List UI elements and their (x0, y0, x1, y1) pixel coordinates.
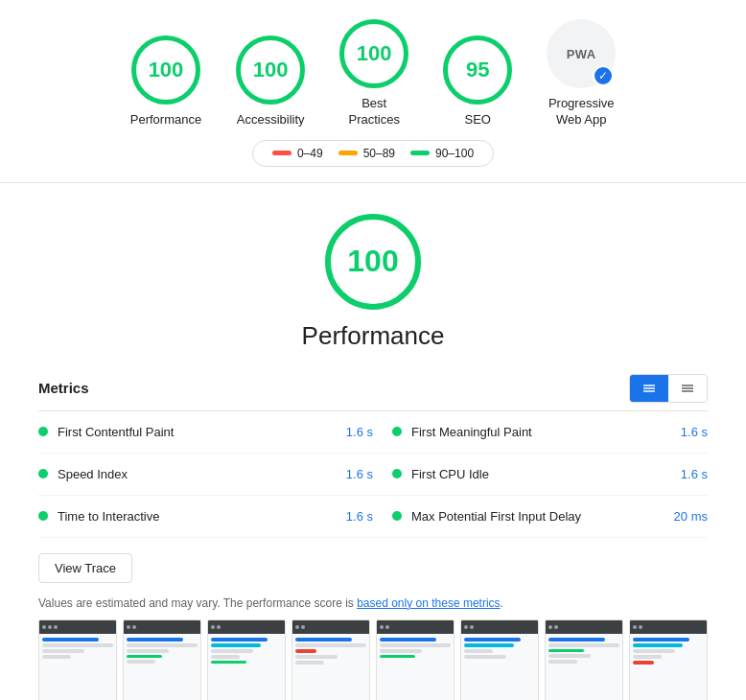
thumb-body-1 (39, 634, 116, 700)
thumb-dot (385, 625, 389, 629)
thumb-line (380, 649, 422, 653)
thumb-line (127, 660, 155, 664)
estimate-note-text: Values are estimated and may vary. The p… (38, 596, 357, 610)
thumb-dot (295, 625, 299, 629)
thumb-header-7 (546, 620, 622, 634)
filmstrip-thumb-1 (38, 619, 117, 700)
pwa-text: PWA (567, 47, 596, 61)
metric-row-si: Speed Index 1.6 s (38, 454, 373, 496)
metric-name-fci: First CPU Idle (411, 467, 673, 481)
thumb-line (127, 649, 169, 653)
legend-dot-orange (338, 151, 358, 155)
filmstrip-thumb-8 (629, 619, 708, 700)
thumb-line (633, 649, 675, 653)
score-item-pwa: PWA ✓ ProgressiveWeb App (547, 19, 616, 128)
thumb-dot (132, 625, 136, 629)
thumb-dot (211, 625, 215, 629)
legend-dot-red (272, 151, 291, 155)
thumb-line (464, 638, 521, 642)
thumb-line (380, 655, 415, 658)
score-label-accessibility: Accessibility (237, 112, 305, 128)
thumb-line (295, 649, 316, 653)
thumb-body-8 (630, 634, 707, 700)
thumb-line (295, 643, 366, 647)
thumb-dot (217, 625, 221, 629)
legend-label-red: 0–49 (297, 147, 323, 160)
score-value-best-practices: 100 (357, 41, 392, 66)
thumb-dot (464, 625, 468, 629)
legend: 0–49 50–89 90–100 (252, 140, 494, 167)
thumb-line (380, 638, 436, 642)
metric-row-fcp: First Contentful Paint 1.6 s (38, 411, 373, 454)
thumb-dot (548, 625, 552, 629)
view-toggle[interactable] (629, 374, 708, 403)
metric-name-fmp: First Meaningful Paint (411, 425, 673, 439)
scores-section: 100 Performance 100 Accessibility 100 Be… (0, 0, 746, 183)
thumb-line (548, 643, 619, 647)
thumb-header-1 (39, 620, 116, 634)
thumb-line (42, 638, 99, 642)
metric-dot-tti (38, 511, 48, 521)
metric-name-tti: Time to Interactive (58, 509, 338, 524)
thumb-line (127, 643, 198, 647)
metric-dot-mpfid (392, 511, 402, 521)
thumb-body-7 (546, 634, 622, 700)
estimate-note: Values are estimated and may vary. The p… (38, 596, 708, 610)
score-item-performance: 100 Performance (130, 35, 201, 128)
main-score-circle: 100 (325, 214, 421, 310)
scores-row: 100 Performance 100 Accessibility 100 Be… (130, 19, 616, 128)
metric-row-tti: Time to Interactive 1.6 s (38, 496, 373, 538)
thumb-dot (554, 625, 558, 629)
metric-dot-fmp (392, 427, 402, 436)
metrics-left-col: First Contentful Paint 1.6 s Speed Index… (38, 411, 373, 538)
metric-value-si: 1.6 s (346, 467, 373, 481)
filmstrip-thumb-5 (376, 619, 455, 700)
thumb-line (211, 638, 268, 642)
legend-label-orange: 50–89 (363, 147, 395, 160)
thumb-line (633, 643, 683, 647)
thumb-line (42, 655, 71, 659)
thumb-dot (42, 625, 46, 629)
metric-row-mpfid: Max Potential First Input Delay 20 ms (373, 496, 708, 538)
estimate-note-link[interactable]: based only on these metrics (357, 596, 500, 610)
thumb-line (464, 649, 493, 653)
thumb-line (633, 638, 689, 642)
thumb-line (295, 661, 324, 665)
perf-section: 100 Performance Metrics (0, 183, 746, 700)
thumb-body-4 (292, 634, 369, 700)
score-circle-seo: 95 (443, 35, 512, 105)
toggle-grid-btn[interactable] (668, 375, 707, 402)
thumb-line (464, 643, 514, 647)
toggle-list-btn[interactable] (630, 375, 668, 402)
metrics-title: Metrics (38, 380, 89, 396)
estimate-note-suffix: . (501, 596, 503, 610)
thumb-dot (301, 625, 305, 629)
pwa-check-icon: ✓ (593, 65, 614, 86)
thumb-line (633, 655, 662, 659)
thumb-dot (639, 625, 642, 629)
legend-dot-green (410, 151, 430, 155)
score-value-accessibility: 100 (253, 58, 289, 82)
metric-row-fmp: First Meaningful Paint 1.6 s (373, 411, 708, 454)
thumb-line (42, 643, 113, 647)
metric-value-tti: 1.6 s (346, 509, 373, 524)
thumb-line (548, 660, 577, 664)
thumb-line (548, 654, 591, 658)
main-score-value: 100 (347, 244, 398, 279)
thumb-header-3 (208, 620, 285, 634)
thumb-header-5 (377, 620, 454, 634)
thumb-body-5 (377, 634, 454, 700)
filmstrip-thumb-3 (207, 619, 286, 700)
thumb-header-2 (124, 620, 200, 634)
legend-label-green: 90–100 (435, 147, 474, 160)
thumb-line (211, 661, 246, 664)
score-value-performance: 100 (149, 58, 184, 82)
thumb-header-8 (630, 620, 707, 634)
thumb-line (211, 649, 253, 653)
score-circle-performance: 100 (131, 35, 200, 105)
score-value-seo: 95 (466, 58, 489, 82)
thumb-header-4 (292, 620, 369, 634)
metric-name-mpfid: Max Potential First Input Delay (411, 509, 666, 524)
view-trace-button[interactable]: View Trace (38, 553, 132, 583)
metric-value-fmp: 1.6 s (681, 425, 708, 439)
